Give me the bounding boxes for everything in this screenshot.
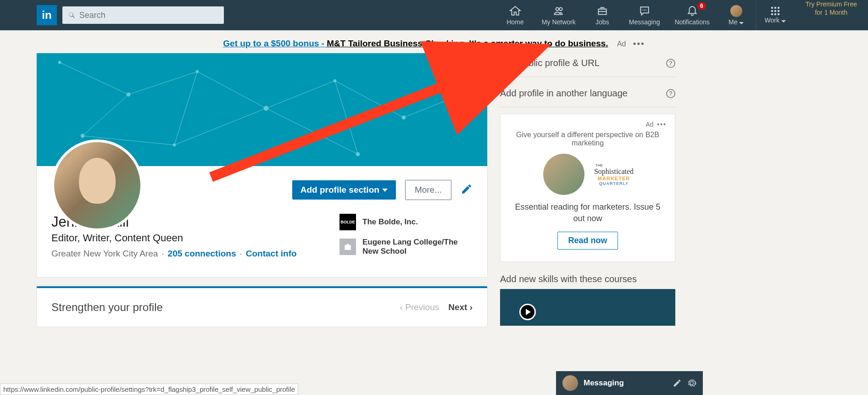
- nav-me[interactable]: Me: [717, 0, 756, 30]
- strengthen-profile-card: Strengthen your profile ‹ Previous Next …: [37, 286, 487, 327]
- annotation-arrow: [211, 67, 537, 186]
- ad-link[interactable]: Get up to a $500 bonus -: [223, 39, 327, 48]
- profile-headline: Editor, Writer, Content Queen: [51, 232, 321, 244]
- nav-work[interactable]: Work: [756, 0, 795, 30]
- ad-text[interactable]: M&T Tailored Business Checking. It's a s…: [327, 39, 608, 48]
- svg-point-0: [642, 9, 643, 10]
- nav-label: Jobs: [595, 18, 609, 26]
- svg-point-16: [58, 61, 61, 64]
- section-title: Strengthen your profile: [51, 301, 163, 314]
- avatar-icon: [730, 5, 742, 17]
- org-name: The Bolde, Inc.: [362, 217, 418, 227]
- location-text: Greater New York City Area: [51, 249, 158, 258]
- read-now-button[interactable]: Read now: [557, 232, 618, 250]
- nav-label: Me: [729, 18, 737, 26]
- home-icon: [509, 5, 521, 17]
- try-premium-link[interactable]: Try Premium Free for 1 Month: [795, 0, 868, 30]
- svg-line-27: [211, 59, 514, 177]
- nav-network[interactable]: My Network: [534, 0, 583, 30]
- courses-heading: Add new skills with these courses: [500, 274, 675, 284]
- grid-icon: [771, 7, 779, 15]
- ad-label: Ad: [617, 40, 626, 48]
- search-icon: [68, 11, 76, 19]
- messaging-bar[interactable]: Messaging: [556, 371, 703, 395]
- nav-jobs[interactable]: Jobs: [583, 0, 622, 30]
- svg-point-2: [645, 9, 646, 10]
- nav-messaging[interactable]: Messaging: [622, 0, 668, 30]
- location-row: Greater New York City Area·205 connectio…: [51, 249, 321, 259]
- linkedin-logo[interactable]: in: [37, 5, 57, 25]
- svg-point-23: [81, 134, 84, 138]
- ad-body: Essential reading for marketers. Issue 5…: [509, 201, 667, 224]
- people-icon: [553, 5, 565, 17]
- ad-banner: Get up to a $500 bonus - M&T Tailored Bu…: [0, 30, 868, 53]
- svg-point-24: [173, 144, 176, 146]
- nav-label: Messaging: [629, 18, 660, 26]
- nav-label: My Network: [542, 18, 576, 26]
- org-logo: [339, 239, 356, 255]
- svg-point-17: [127, 93, 130, 96]
- next-button[interactable]: Next ›: [448, 302, 473, 312]
- compose-icon[interactable]: [673, 378, 682, 388]
- nav-label: Home: [506, 18, 523, 26]
- profile-photo[interactable]: [51, 139, 143, 231]
- nav-home[interactable]: Home: [496, 0, 534, 30]
- connections-link[interactable]: 205 connections: [168, 249, 236, 258]
- premium-text: Try Premium Free: [806, 0, 857, 8]
- ad-menu-icon[interactable]: •••: [633, 39, 645, 48]
- search-box[interactable]: [62, 6, 224, 24]
- ad-brand-logo: THE Sophisticated MARKETER QUARTERLY: [595, 163, 632, 185]
- nav-label: Notifications: [674, 18, 709, 26]
- org-logo: BOLDE: [339, 214, 356, 230]
- play-icon[interactable]: [519, 304, 536, 320]
- notification-badge: 6: [697, 2, 706, 10]
- briefcase-icon: [596, 5, 608, 17]
- nav-label: Work: [765, 17, 779, 24]
- premium-text: for 1 Month: [806, 8, 857, 17]
- help-icon[interactable]: ?: [666, 59, 675, 68]
- svg-point-1: [644, 9, 645, 10]
- bell-icon: [686, 5, 698, 17]
- course-thumbnail[interactable]: [500, 289, 675, 326]
- ad-label: Ad: [645, 121, 653, 128]
- status-bar-url: https://www.linkedin.com/public-profile/…: [0, 384, 298, 395]
- search-input[interactable]: [79, 11, 218, 20]
- experience-org[interactable]: BOLDE The Bolde, Inc.: [339, 214, 473, 230]
- contact-info-link[interactable]: Contact info: [246, 249, 297, 258]
- education-org[interactable]: Eugene Lang College/The New School: [339, 238, 473, 256]
- gear-icon[interactable]: [687, 378, 696, 388]
- org-name: Eugene Lang College/The New School: [362, 238, 473, 256]
- svg-point-18: [196, 70, 199, 73]
- chat-icon: [639, 5, 651, 17]
- ad-avatar: [543, 154, 584, 195]
- previous-button: ‹ Previous: [400, 302, 440, 312]
- help-icon[interactable]: ?: [666, 89, 675, 98]
- messaging-label: Messaging: [584, 378, 667, 388]
- ad-menu-icon[interactable]: •••: [657, 121, 667, 128]
- profile-card: Add profile section More... Jennifer Sti…: [37, 53, 487, 277]
- avatar-icon: [562, 375, 578, 391]
- nav-notifications[interactable]: 6 Notifications: [667, 0, 717, 30]
